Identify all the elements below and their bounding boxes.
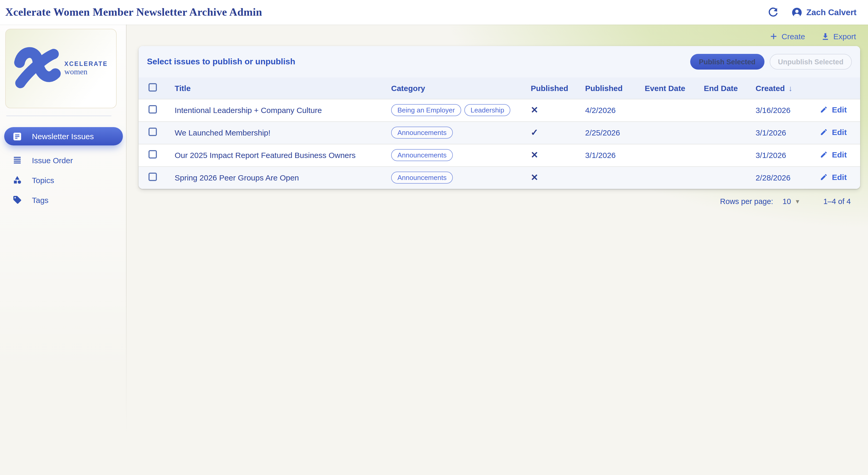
created-date: 2/28/2026 <box>755 166 818 189</box>
create-label: Create <box>781 32 805 41</box>
issues-table: Title Category Published Published Event… <box>138 78 860 189</box>
end-date <box>704 166 755 189</box>
edit-button[interactable]: Edit <box>818 127 847 136</box>
unpublish-selected-button[interactable]: Unpublish Selected <box>769 54 852 69</box>
rows-per-page-label: Rows per page: <box>720 197 773 206</box>
table-header-row: Title Category Published Published Event… <box>138 78 860 99</box>
list-actions: Create Export <box>127 25 868 46</box>
table-row[interactable]: We Launched Membership! Announcements ✓ … <box>138 121 860 144</box>
category-icon <box>12 175 22 185</box>
pagination: Rows per page: 10 ▼ 1–4 of 4 <box>127 189 868 206</box>
article-icon <box>12 131 22 141</box>
main-area: Create Export Select issues to publish o… <box>127 25 868 475</box>
column-header-published-status[interactable]: Published <box>531 78 585 99</box>
user-name: Zach Calvert <box>806 8 857 17</box>
sidebar-item-newsletter-issues[interactable]: Newsletter Issues <box>4 127 123 145</box>
event-date <box>645 121 704 144</box>
sidebar-item-label: Tags <box>32 196 49 204</box>
column-header-event-date[interactable]: Event Date <box>645 78 704 99</box>
plus-icon <box>769 32 778 41</box>
issue-title: Intentional Leadership + Company Culture <box>168 99 391 121</box>
rows-per-page-select[interactable]: 10 <box>782 197 791 206</box>
logo-sub-text: women <box>64 67 108 77</box>
column-header-end-date[interactable]: End Date <box>704 78 755 99</box>
published-date <box>585 166 645 189</box>
column-header-created[interactable]: Created↓ <box>755 78 818 99</box>
refresh-icon[interactable] <box>768 7 779 18</box>
end-date <box>704 144 755 166</box>
category-chip: Being an Employer <box>391 104 461 116</box>
sidebar: XCELERATE women Newsletter Issu <box>0 25 127 475</box>
logo-x-icon <box>11 43 62 94</box>
sidebar-nav: Newsletter Issues Issue O <box>0 127 127 210</box>
edit-button[interactable]: Edit <box>818 173 847 181</box>
pencil-icon <box>820 128 828 136</box>
category-chip: Announcements <box>391 172 453 184</box>
published-status-icon: ✕ <box>531 105 538 115</box>
table-row[interactable]: Our 2025 Impact Report Featured Business… <box>138 144 860 166</box>
select-all-checkbox[interactable] <box>149 83 157 92</box>
sidebar-divider <box>6 116 112 116</box>
bulk-toolbar: Select issues to publish or unpublish Pu… <box>138 46 860 78</box>
category-chip: Announcements <box>391 127 453 139</box>
column-header-published-date[interactable]: Published <box>585 78 645 99</box>
published-status-icon: ✕ <box>531 173 538 183</box>
app-root: Xcelerate Women Member Newsletter Archiv… <box>0 0 868 475</box>
table-row[interactable]: Spring 2026 Peer Groups Are Open Announc… <box>138 166 860 189</box>
reorder-icon <box>12 155 22 165</box>
page-range: 1–4 of 4 <box>823 197 851 206</box>
issue-title: We Launched Membership! <box>168 121 391 144</box>
category-chip: Leadership <box>464 104 510 116</box>
edit-button[interactable]: Edit <box>818 150 847 159</box>
export-label: Export <box>833 32 856 41</box>
page-title: Xcelerate Women Member Newsletter Archiv… <box>5 6 262 19</box>
tag-icon <box>12 195 22 205</box>
column-header-category[interactable]: Category <box>391 78 531 99</box>
published-date: 4/2/2026 <box>585 99 645 121</box>
pencil-icon <box>820 150 828 158</box>
logo-brand-text: XCELERATE <box>64 61 108 67</box>
end-date <box>704 121 755 144</box>
table-row[interactable]: Intentional Leadership + Company Culture… <box>138 99 860 121</box>
event-date <box>645 99 704 121</box>
issue-title: Spring 2026 Peer Groups Are Open <box>168 166 391 189</box>
download-icon <box>821 32 830 41</box>
row-checkbox[interactable] <box>149 105 157 113</box>
brand-logo: XCELERATE women <box>5 29 117 108</box>
top-bar: Xcelerate Women Member Newsletter Archiv… <box>0 0 868 25</box>
sidebar-item-label: Newsletter Issues <box>32 132 94 141</box>
row-checkbox[interactable] <box>149 173 157 181</box>
column-header-title[interactable]: Title <box>168 78 391 99</box>
row-checkbox[interactable] <box>149 127 157 136</box>
datagrid-card: Select issues to publish or unpublish Pu… <box>138 46 860 189</box>
created-date: 3/16/2026 <box>755 99 818 121</box>
edit-button[interactable]: Edit <box>818 105 847 114</box>
published-date: 3/1/2026 <box>585 144 645 166</box>
sidebar-item-tags[interactable]: Tags <box>4 190 123 210</box>
row-checkbox[interactable] <box>149 150 157 158</box>
published-status-icon: ✓ <box>531 128 538 138</box>
end-date <box>704 99 755 121</box>
chevron-down-icon[interactable]: ▼ <box>795 198 800 205</box>
sidebar-item-topics[interactable]: Topics <box>4 170 123 190</box>
account-icon <box>791 6 803 18</box>
create-button[interactable]: Create <box>769 32 805 41</box>
event-date <box>645 166 704 189</box>
event-date <box>645 144 704 166</box>
pencil-icon <box>820 106 828 113</box>
sidebar-item-issue-order[interactable]: Issue Order <box>4 150 123 170</box>
export-button[interactable]: Export <box>821 32 856 41</box>
toolbar-caption: Select issues to publish or unpublish <box>147 57 295 66</box>
sort-desc-icon: ↓ <box>788 84 793 93</box>
sidebar-item-label: Issue Order <box>32 156 73 165</box>
user-menu[interactable]: Zach Calvert <box>791 6 857 18</box>
category-chip: Announcements <box>391 149 453 161</box>
pencil-icon <box>820 173 828 181</box>
publish-selected-button[interactable]: Publish Selected <box>690 54 764 69</box>
created-date: 3/1/2026 <box>755 144 818 166</box>
published-status-icon: ✕ <box>531 150 538 160</box>
issue-title: Our 2025 Impact Report Featured Business… <box>168 144 391 166</box>
published-date: 2/25/2026 <box>585 121 645 144</box>
sidebar-item-label: Topics <box>32 176 54 184</box>
created-date: 3/1/2026 <box>755 121 818 144</box>
